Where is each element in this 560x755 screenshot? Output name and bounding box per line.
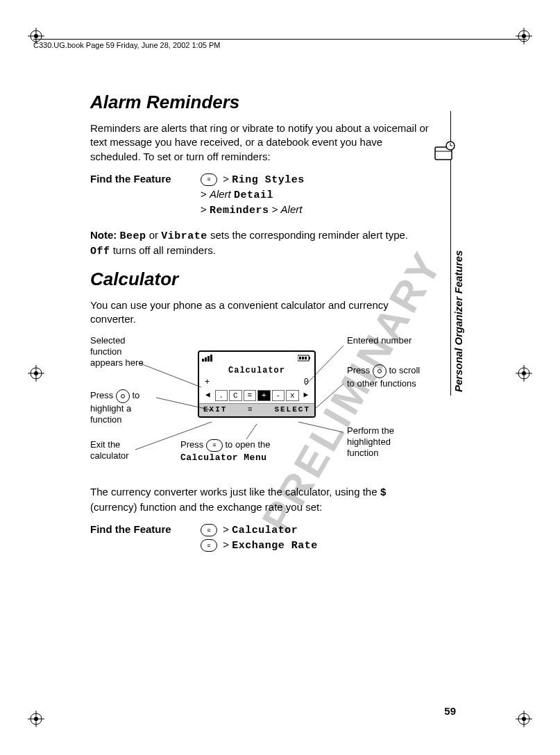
softkey-select: SELECT	[274, 405, 310, 415]
alarm-intro: Reminders are alerts that ring or vibrat…	[90, 121, 430, 164]
ftf-label: Find the Feature	[90, 172, 191, 219]
calc-menu-label: Calculator Menu	[180, 452, 267, 463]
page-number: 59	[444, 705, 456, 717]
crop-mark-icon	[516, 711, 532, 727]
ftf-path: > Calculator > Exchange Rate	[201, 523, 430, 554]
svg-rect-37	[305, 357, 307, 359]
svg-point-15	[522, 717, 526, 721]
path-alert: Alert	[210, 188, 231, 200]
path-reminders: Reminders	[210, 205, 269, 217]
phone-screen: Calculator + 0 ◀ . C = + - x ▶ EXIT ≡ SE…	[198, 350, 316, 418]
note-or: or	[146, 229, 162, 241]
func-minus: -	[272, 390, 285, 401]
menu-icon	[206, 439, 223, 452]
note-off: Off	[90, 246, 110, 257]
callout-press-open: Press to open the Calculator Menu	[180, 439, 319, 464]
calculator-outro: The currency converter works just like t…	[90, 485, 430, 515]
gt: >	[223, 173, 229, 185]
gt: >	[223, 523, 229, 535]
svg-rect-36	[302, 357, 304, 359]
find-the-feature: Find the Feature > Calculator > Exchange…	[90, 523, 430, 554]
note-beep: Beep	[120, 230, 146, 242]
arrow-left-icon: ◀	[202, 390, 214, 401]
crop-mark-icon	[28, 365, 44, 382]
note-label: Note:	[90, 229, 117, 241]
svg-line-44	[298, 422, 343, 432]
note-end: turns off all reminders.	[110, 244, 216, 256]
arrow-right-icon: ▶	[300, 390, 312, 401]
datebook-icon	[432, 139, 457, 169]
callout-perform: Perform the highlighted function	[347, 425, 423, 459]
header-text: C330.UG.book Page 59 Friday, June 28, 20…	[33, 41, 220, 49]
txt: Press	[180, 439, 206, 450]
svg-rect-30	[205, 357, 207, 362]
svg-rect-32	[210, 355, 212, 362]
func-plus: +	[257, 390, 271, 401]
phone-softkeys: EXIT ≡ SELECT	[199, 403, 314, 416]
ftf-label: Find the Feature	[90, 523, 191, 554]
header-bookline: C330.UG.book Page 59 Friday, June 28, 20…	[33, 39, 527, 49]
ftf-path: > Ring Styles > Alert Detail > Reminders…	[201, 172, 430, 219]
phone-op: +	[205, 378, 210, 388]
nav-icon	[116, 389, 130, 403]
section-tab-label: Personal Organizer Features	[452, 251, 464, 392]
func-equals: =	[244, 390, 257, 401]
gt: >	[201, 203, 207, 215]
nav-icon	[373, 364, 387, 378]
svg-rect-31	[207, 356, 210, 362]
calculator-intro: You can use your phone as a convenient c…	[90, 298, 430, 327]
path-ring-styles: Ring Styles	[232, 174, 305, 186]
func-times: x	[286, 390, 299, 401]
path-alert2: Alert	[281, 203, 303, 215]
crop-mark-icon	[516, 365, 532, 382]
battery-icon	[298, 355, 312, 365]
txt: (currency) function and the exchange rat…	[90, 501, 322, 513]
softkey-exit: EXIT	[203, 405, 227, 415]
heading-alarm-reminders: Alarm Reminders	[90, 90, 430, 114]
svg-point-11	[34, 717, 38, 721]
note-mid: sets the corresponding reminder alert ty…	[207, 229, 408, 241]
svg-point-23	[522, 371, 526, 375]
menu-icon	[201, 173, 217, 186]
softkey-menu-icon: ≡	[248, 405, 254, 415]
gt: >	[223, 538, 229, 550]
func-dot: .	[215, 390, 228, 401]
callout-press-highlight: Press to highlight a function	[90, 389, 153, 426]
path-exchange-rate: Exchange Rate	[232, 540, 318, 552]
phone-title: Calculator	[202, 366, 312, 376]
phone-display-line: + 0	[202, 378, 312, 388]
note-vibrate: Vibrate	[161, 230, 207, 242]
dollar-func: $	[380, 487, 387, 499]
heading-calculator: Calculator	[90, 267, 430, 291]
svg-rect-34	[309, 357, 310, 359]
phone-func-row: ◀ . C = + - x ▶	[202, 390, 312, 401]
phone-number: 0	[304, 378, 309, 388]
svg-point-19	[34, 371, 38, 375]
func-clear: C	[229, 390, 242, 401]
path-detail: Detail	[234, 189, 273, 201]
calculator-figure: Selected function appears here Press to …	[90, 335, 430, 481]
svg-rect-35	[299, 357, 301, 359]
txt: The currency converter works just like t…	[90, 486, 380, 498]
callout-exit: Exit the calculator	[90, 439, 153, 462]
txt: to open the	[223, 439, 271, 450]
gt: >	[272, 203, 278, 215]
menu-icon	[201, 539, 217, 552]
txt: Press	[347, 365, 373, 375]
svg-point-7	[522, 34, 526, 38]
svg-rect-29	[202, 359, 204, 362]
callout-press-scroll: Press to scroll to other functions	[347, 364, 423, 389]
svg-line-43	[316, 384, 343, 408]
find-the-feature: Find the Feature > Ring Styles > Alert D…	[90, 172, 430, 219]
phone-status-bar	[202, 355, 312, 365]
path-calculator: Calculator	[232, 525, 298, 536]
signal-icon	[202, 355, 219, 365]
callout-entered-number: Entered number	[347, 335, 423, 346]
svg-line-41	[246, 424, 257, 439]
callout-selected-function: Selected function appears here	[90, 335, 153, 369]
svg-point-3	[34, 34, 38, 38]
crop-mark-icon	[28, 711, 44, 727]
gt: >	[201, 188, 207, 200]
menu-icon	[201, 524, 217, 536]
alarm-note: Note: Beep or Vibrate sets the correspon…	[90, 228, 430, 260]
